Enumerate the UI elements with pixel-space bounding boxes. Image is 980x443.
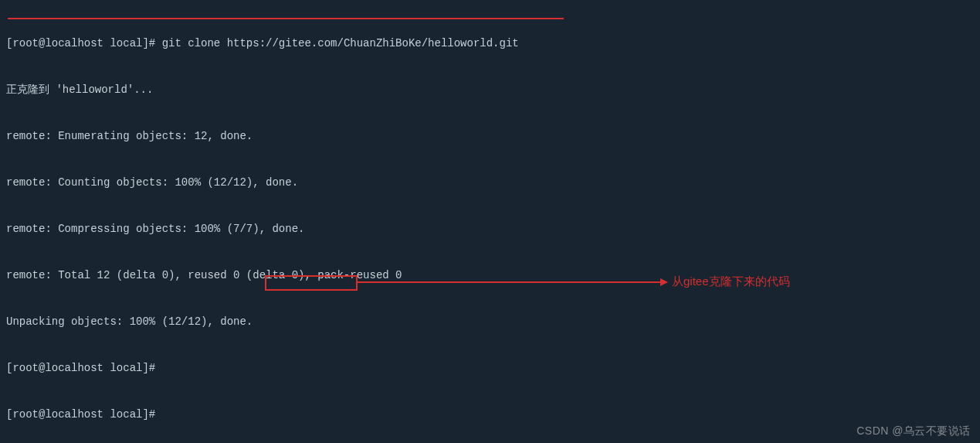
clone-output-1: remote: Enumerating objects: 12, done. <box>6 128 974 144</box>
annotation-underline <box>8 18 564 19</box>
clone-output-5: Unpacking objects: 100% (12/12), done. <box>6 314 974 329</box>
clone-output-0: 正克隆到 'helloworld'... <box>6 82 974 97</box>
line-prompt-empty-1: [root@localhost local]# <box>6 360 974 376</box>
annotation-arrow <box>358 281 666 283</box>
clone-output-3: remote: Compressing objects: 100% (7/7),… <box>6 221 974 237</box>
annotation-label: 从gitee克隆下来的代码 <box>672 274 790 289</box>
command-git-clone: git clone https://gitee.com/ChuanZhiBoKe… <box>162 37 519 49</box>
clone-output-2: remote: Counting objects: 100% (12/12), … <box>6 175 974 190</box>
line-prompt-empty-2: [root@localhost local]# <box>6 407 974 422</box>
clone-output-4: remote: Total 12 (delta 0), reused 0 (de… <box>6 268 974 283</box>
terminal[interactable]: [root@localhost local]# git clone https:… <box>0 0 980 443</box>
annotation-highlight-box <box>265 275 358 291</box>
prompt: [root@localhost local]# <box>6 37 155 49</box>
watermark: CSDN @乌云不要说话 <box>856 423 971 438</box>
line-cmd1: [root@localhost local]# git clone https:… <box>6 36 974 51</box>
